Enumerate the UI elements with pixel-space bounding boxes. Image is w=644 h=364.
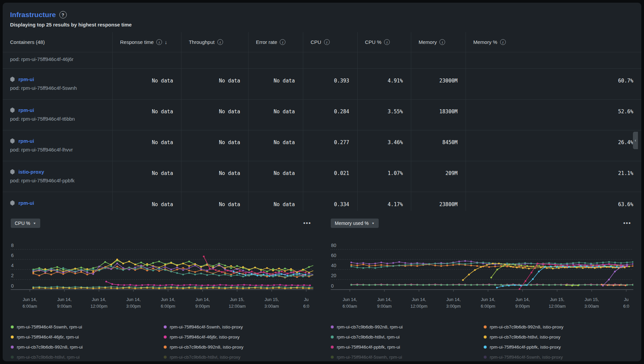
container-link[interactable]: rpm-ui (18, 76, 34, 82)
svg-text:20: 20 (331, 273, 336, 278)
container-cell: rpm-uipod: rpm-ui-75ff946c4f-t6bbn (3, 100, 112, 130)
legend-item[interactable]: rpm-ui-cb7c9b6db-992n8, rpm-ui (11, 342, 160, 352)
column-header-response-time[interactable]: Response timei↓ (112, 32, 181, 52)
table-row: pod: rpm-ui-75ff946c4f-46j6r (3, 52, 641, 69)
info-icon[interactable]: i (156, 39, 162, 45)
value-cell: 21.1% (466, 161, 641, 192)
column-header-throughput[interactable]: Throughputi (181, 32, 248, 52)
memory-chart-options-icon[interactable]: ••• (621, 220, 633, 227)
legend-color-dot (484, 325, 487, 328)
legend-item[interactable]: rpm-ui-cb7c9b6db-ht8vl, istio-proxy (484, 332, 633, 342)
column-header-containers-48-: Containers (48) (3, 32, 112, 52)
info-icon[interactable]: i (500, 39, 506, 45)
container-cell: istio-proxypod: rpm-ui-75ff946c4f-ppbfk (3, 161, 112, 192)
legend-label: rpm-ui-75ff946c4f-5swnh, rpm-ui (337, 355, 402, 360)
x-tick-label: Ju6:0 (303, 296, 309, 309)
svg-text:0: 0 (11, 283, 14, 289)
value-cell: 4.91% (357, 69, 411, 99)
column-header-error-rate[interactable]: Error ratei (248, 32, 303, 52)
legend-item[interactable]: rpm-ui-75ff946c4f-46j6r, istio-proxy (164, 332, 313, 342)
cpu-dropdown-label: CPU % (15, 221, 30, 226)
chevron-down-icon: ▼ (371, 222, 375, 225)
legend-item[interactable]: rpm-ui-75ff946c4f-46j6r, rpm-ui (11, 332, 160, 342)
column-header-memory-[interactable]: Memory %i (466, 32, 641, 52)
pod-label: pod: rpm-ui-75ff946c4f-46j6r (10, 56, 104, 62)
memory-chart-legend: rpm-ui-cb7c9b6db-992n8, rpm-uirpm-ui-cb7… (331, 322, 633, 361)
x-tick-label: Jun 14,9:00am (377, 296, 391, 309)
svg-text:0: 0 (331, 283, 334, 289)
legend-label: rpm-ui-cb7c9b6db-992n8, rpm-ui (17, 345, 83, 350)
x-tick-label: Jun 15,12:00am (229, 296, 246, 309)
x-tick-label: Jun 14,6:00pm (161, 296, 175, 309)
value-cell: 3.46% (357, 130, 411, 161)
column-header-cpu[interactable]: CPUi (303, 32, 357, 52)
x-tick-label: Jun 14,6:00am (342, 296, 357, 309)
legend-item[interactable]: rpm-ui-cb7c9b6db-ht8vl, istio-proxy (164, 352, 313, 361)
info-icon[interactable]: i (324, 39, 330, 45)
value-cell (181, 52, 248, 68)
legend-item[interactable]: rpm-ui-75ff946c4f-5swnh, rpm-ui (11, 322, 160, 332)
container-cell: rpm-uipod: rpm-ui-75ff946c4f-lhvvr (3, 130, 112, 161)
value-cell: No data (181, 69, 248, 99)
legend-color-dot (331, 356, 334, 359)
x-tick-label: Jun 14,9:00am (57, 296, 71, 309)
panel-header: Infrastructure ? Displaying top 25 resul… (3, 3, 641, 27)
help-icon[interactable]: ? (59, 11, 67, 18)
x-tick-label: Jun 14,9:00pm (515, 296, 530, 309)
info-icon[interactable]: i (217, 39, 223, 45)
value-cell: No data (112, 69, 181, 99)
value-cell: No data (181, 192, 248, 211)
value-cell: 4.17% (357, 192, 411, 211)
column-label: Throughput (189, 39, 215, 45)
value-cell (466, 52, 641, 68)
info-icon[interactable]: i (439, 39, 445, 45)
legend-item[interactable]: rpm-ui-75ff946c4f-5swnh, istio-proxy (484, 352, 633, 361)
legend-item[interactable]: rpm-ui-75ff946c4f-5swnh, istio-proxy (164, 322, 313, 332)
value-cell: No data (248, 192, 303, 211)
legend-item[interactable]: rpm-ui-75ff946c4f-ppbfk, rpm-ui (331, 342, 480, 352)
info-icon[interactable]: i (384, 39, 390, 45)
column-label: Response time (120, 39, 154, 45)
legend-color-dot (164, 346, 167, 349)
container-link[interactable]: rpm-ui (18, 107, 34, 113)
legend-color-dot (331, 325, 334, 328)
legend-item[interactable]: rpm-ui-cb7c9b6db-ht8vl, rpm-ui (11, 352, 160, 361)
legend-item[interactable]: rpm-ui-75ff946c4f-ppbfk, istio-proxy (484, 342, 633, 352)
container-link[interactable]: rpm-ui (18, 138, 34, 144)
chevron-down-icon: ▼ (33, 222, 36, 225)
container-link[interactable]: istio-proxy (18, 169, 44, 175)
results-subtitle: Displaying top 25 results by highest res… (10, 22, 634, 27)
info-icon[interactable]: i (280, 39, 285, 45)
column-header-memory[interactable]: Memoryi (411, 32, 466, 52)
x-tick-label: Jun 14,12:00pm (411, 296, 428, 309)
container-link[interactable]: rpm-ui (18, 200, 34, 206)
svg-text:60: 60 (331, 253, 336, 258)
value-cell (248, 52, 303, 68)
table-header-row: Containers (48)Response timei↓Throughput… (3, 32, 641, 52)
legend-item[interactable]: rpm-ui-cb7c9b6db-992n8, rpm-ui (331, 322, 480, 332)
legend-label: rpm-ui-75ff946c4f-5swnh, rpm-ui (17, 324, 82, 329)
legend-label: rpm-ui-cb7c9b6db-ht8vl, rpm-ui (17, 355, 80, 360)
legend-label: rpm-ui-cb7c9b6db-992n8, istio-proxy (170, 345, 244, 350)
container-hexagon-icon (10, 77, 15, 82)
collapse-sidebar-button[interactable]: ‹ (633, 132, 638, 149)
legend-item[interactable]: rpm-ui-cb7c9b6db-992n8, istio-proxy (164, 342, 313, 352)
value-cell (303, 52, 357, 68)
cpu-chart-options-icon[interactable]: ••• (301, 220, 313, 227)
legend-label: rpm-ui-cb7c9b6db-ht8vl, istio-proxy (490, 335, 560, 340)
charts-section: CPU % ▼ ••• 86420 Jun 14,6:00amJun 14,9:… (3, 218, 641, 361)
container-hexagon-icon (10, 108, 15, 113)
legend-item[interactable]: rpm-ui-cb7c9b6db-ht8vl, rpm-ui (331, 332, 480, 342)
value-cell: 0.021 (303, 161, 357, 192)
svg-text:4: 4 (11, 263, 14, 268)
legend-item[interactable]: rpm-ui-cb7c9b6db-992n8, istio-proxy (484, 322, 633, 332)
column-label: Memory % (473, 39, 497, 45)
memory-metric-dropdown[interactable]: Memory used % ▼ (331, 219, 379, 228)
legend-item[interactable]: rpm-ui-75ff946c4f-5swnh, rpm-ui (331, 352, 480, 361)
x-tick-label: Jun 14,9:00pm (195, 296, 210, 309)
column-header-cpu-[interactable]: CPU %i (357, 32, 411, 52)
cpu-metric-dropdown[interactable]: CPU % ▼ (11, 219, 40, 228)
page-title: Infrastructure (10, 11, 56, 19)
legend-color-dot (331, 336, 334, 339)
memory-dropdown-label: Memory used % (335, 221, 369, 226)
